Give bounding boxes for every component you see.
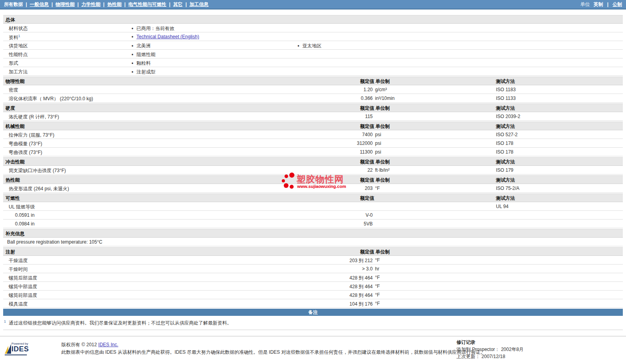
test-method-value[interactable]: ISO 178 — [496, 149, 513, 155]
section-header[interactable]: 总体 — [3, 15, 623, 24]
rated-value[interactable]: 428 到 464 — [294, 283, 373, 290]
table-row[interactable]: 供货地区•北美洲•亚太地区 — [3, 41, 623, 50]
rated-value[interactable]: 5VB — [294, 221, 373, 227]
table-row[interactable]: Ball pressure registration temperature: … — [3, 238, 623, 246]
table-row[interactable]: 资料1•Technical Datasheet (English) — [3, 32, 623, 41]
section-title[interactable]: 机械性能 — [6, 123, 25, 130]
row-label[interactable]: 弯曲模量 (73°F) — [9, 141, 42, 147]
row-label[interactable]: 密度 — [9, 87, 18, 94]
row-label[interactable]: UL 阻燃等级 — [9, 204, 35, 210]
nav-tab-6[interactable]: 电气性能与可燃性 — [128, 2, 166, 7]
section-title[interactable]: 硬度 — [6, 105, 15, 112]
nav-tab-3[interactable]: 物理性能 — [56, 2, 75, 7]
section-header[interactable]: 注射额定值 单位制 — [3, 247, 623, 256]
bullet-item[interactable]: •阻燃性能 — [132, 51, 155, 58]
rated-value[interactable]: 7400 — [294, 132, 373, 137]
row-label[interactable]: 热变形温度 (264 psi, 未退火) — [9, 186, 69, 192]
ides-inc-link[interactable]: IDES Inc. — [98, 342, 119, 347]
section-header[interactable]: 热性能额定值 单位制测试方法 — [3, 175, 623, 184]
unit-value[interactable]: °F — [375, 283, 380, 289]
section-header[interactable]: 补充信息 — [3, 229, 623, 238]
row-label[interactable]: 螺筒中部温度 — [9, 283, 37, 290]
row-label[interactable]: 0.0591 in — [15, 212, 34, 218]
section-header[interactable]: 冲击性能额定值 单位制测试方法 — [3, 157, 623, 166]
table-row[interactable]: 简支梁缺口冲击强度 (73°F)22ft·lb/in²ISO 179 — [3, 166, 623, 174]
table-row[interactable]: 密度1.20g/cm³ISO 1183 — [3, 85, 623, 94]
nav-tab-7[interactable]: 其它 — [173, 2, 183, 7]
test-method-value[interactable]: ISO 1183 — [496, 87, 516, 92]
row-label[interactable]: 资料1 — [9, 34, 20, 41]
unit-value[interactable]: hr — [375, 266, 379, 272]
test-method-value[interactable]: ISO 178 — [496, 141, 513, 146]
bullet-item[interactable]: •Technical Datasheet (English) — [132, 34, 199, 39]
row-label[interactable]: 简支梁缺口冲击强度 (73°F) — [9, 167, 66, 174]
unit-value[interactable]: °F — [375, 301, 380, 306]
bullet-item-text[interactable]: 阻燃性能 — [136, 52, 155, 57]
table-row[interactable]: 拉伸应力 (屈服, 73°F)7400psiISO 527-2 — [3, 130, 623, 139]
table-row[interactable]: 热变形温度 (264 psi, 未退火)203°FISO 75-2/A — [3, 184, 623, 193]
rated-value[interactable]: 203 — [294, 186, 373, 191]
unit-value[interactable]: psi — [375, 141, 381, 146]
column-header-rated-value[interactable]: 额定值 单位制 — [360, 249, 390, 255]
row-label[interactable]: 0.0984 in — [15, 221, 34, 227]
unit-value[interactable]: °F — [375, 275, 380, 280]
column-header-rated-value[interactable]: 额定值 单位制 — [360, 177, 390, 184]
table-row[interactable]: 干燥温度203 到 212°F — [3, 256, 623, 265]
nav-tab-8[interactable]: 加工信息 — [190, 2, 209, 7]
table-row[interactable]: 溶化体积流率（ MVR） (220°C/10.0 kg)0.366in³/10m… — [3, 94, 623, 103]
row-label[interactable]: 螺筒前部温度 — [9, 292, 37, 299]
table-row[interactable]: 弯曲模量 (73°F)312000psiISO 178 — [3, 139, 623, 148]
table-row[interactable]: 性能特点•阻燃性能 — [3, 50, 623, 58]
rated-value[interactable]: 428 到 464 — [294, 275, 373, 281]
nav-tab-2[interactable]: 一般信息 — [30, 2, 49, 7]
row-label[interactable]: 形式 — [9, 60, 18, 67]
footnote-ref[interactable]: 1 — [18, 34, 20, 38]
bullet-icon[interactable]: • — [132, 26, 133, 31]
unit-metric-link[interactable]: 公制 — [613, 2, 622, 7]
rated-value[interactable]: V-0 — [294, 212, 373, 218]
nav-tab-5[interactable]: 热性能 — [107, 2, 121, 7]
bullet-item-text[interactable]: 亚太地区 — [302, 43, 321, 49]
row-label[interactable]: 加工方法 — [9, 69, 28, 75]
section-header[interactable]: 硬度额定值 单位制测试方法 — [3, 103, 623, 112]
bullet-icon[interactable]: • — [132, 34, 133, 39]
table-row[interactable]: 螺筒前部温度428 到 464°F — [3, 291, 623, 299]
rated-value[interactable]: 203 到 212 — [294, 257, 373, 264]
table-row[interactable]: 材料状态•已商用：当前有效 — [3, 24, 623, 32]
column-header-test-method[interactable]: 测试方法 — [496, 177, 515, 184]
column-header-rated-value[interactable]: 额定值 单位制 — [360, 159, 390, 165]
test-method-value[interactable]: ISO 527-2 — [496, 132, 518, 137]
unit-value[interactable]: psi — [375, 149, 381, 155]
unit-value[interactable]: °F — [375, 257, 380, 263]
bullet-icon[interactable]: • — [132, 60, 133, 66]
column-header-rated-value[interactable]: 额定值 — [360, 195, 374, 202]
row-label[interactable]: 螺筒后部温度 — [9, 275, 37, 281]
row-label[interactable]: 模具温度 — [9, 301, 28, 308]
rated-value[interactable]: 1.20 — [294, 87, 373, 92]
unit-value[interactable]: °F — [375, 292, 380, 298]
row-label[interactable]: 性能特点 — [9, 51, 28, 58]
table-row[interactable]: 0.0591 inV-0 — [3, 211, 623, 220]
bullet-icon[interactable]: • — [132, 69, 133, 75]
test-method-value[interactable]: ISO 179 — [496, 167, 513, 173]
section-header[interactable]: 机械性能额定值 单位制测试方法 — [3, 122, 623, 130]
bullet-icon[interactable]: • — [132, 52, 133, 57]
row-label[interactable]: 弯曲强度 (73°F) — [9, 149, 42, 156]
section-title[interactable]: 热性能 — [6, 177, 20, 184]
column-header-test-method[interactable]: 测试方法 — [496, 195, 515, 202]
column-header-rated-value[interactable]: 额定值 单位制 — [360, 78, 390, 85]
row-label[interactable]: 供货地区 — [9, 43, 28, 49]
section-title[interactable]: 冲击性能 — [6, 159, 25, 165]
rated-value[interactable]: 22 — [294, 167, 373, 173]
section-title[interactable]: 补充信息 — [6, 231, 25, 237]
rated-value[interactable]: 104 到 176 — [294, 301, 373, 308]
nav-tab-4[interactable]: 力学性能 — [81, 2, 100, 7]
rated-value[interactable]: > 3.0 — [294, 266, 373, 272]
section-header[interactable]: 物理性能额定值 单位制测试方法 — [3, 77, 623, 85]
column-header-test-method[interactable]: 测试方法 — [496, 105, 515, 112]
bullet-icon[interactable]: • — [132, 43, 133, 49]
table-row[interactable]: 洛氏硬度 (R 计秤, 73°F)115ISO 2039-2 — [3, 112, 623, 121]
test-method-value[interactable]: UL 94 — [496, 204, 509, 209]
row-label[interactable]: 材料状态 — [9, 25, 28, 32]
section-title[interactable]: 注射 — [6, 249, 15, 255]
